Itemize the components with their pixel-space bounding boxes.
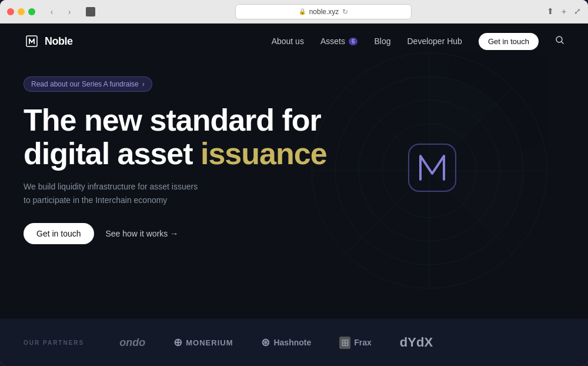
nav-developer-hub[interactable]: Developer Hub (407, 36, 462, 46)
partner-frax[interactable]: ⊞ Frax (339, 337, 372, 349)
frax-symbol: ⊞ (339, 337, 350, 349)
hero-content: Read about our Series A fundraise › The … (24, 76, 329, 244)
frax-logo-text: Frax (354, 338, 372, 347)
website-content: Noble About us Assets 6 Blog Developer H… (0, 24, 588, 366)
dydx-logo-text: dYdX (400, 335, 433, 350)
tab-area (86, 7, 100, 16)
refresh-icon[interactable]: ↻ (342, 8, 348, 16)
address-bar[interactable]: 🔒 noble.xyz ↻ (235, 4, 412, 19)
close-window-button[interactable] (7, 8, 14, 15)
browser-navigation: ‹ › (45, 5, 76, 19)
url-text: noble.xyz (309, 8, 339, 16)
hero-subtitle-line2: to participate in the Interchain economy (24, 195, 167, 205)
tab-favicon (86, 7, 95, 16)
hero-see-how-button[interactable]: See how it works → (106, 229, 179, 238)
nav-about-us[interactable]: About us (272, 36, 304, 46)
browser-actions: ⬆ ＋ ⤢ (547, 6, 581, 17)
hero-subtitle: We build liquidity infrastructure for as… (24, 180, 223, 207)
back-button[interactable]: ‹ (45, 5, 59, 19)
hashnote-logo-text: Hashnote (273, 338, 311, 347)
partner-dydx[interactable]: dYdX (400, 335, 433, 350)
hero-logo-graphic (406, 141, 459, 197)
forward-button[interactable]: › (62, 5, 76, 19)
hero-buttons: Get in touch See how it works → (24, 223, 329, 244)
maximize-window-button[interactable] (28, 8, 35, 15)
share-button[interactable]: ⬆ (547, 6, 554, 17)
minimize-window-button[interactable] (18, 8, 25, 15)
hero-title-highlight: issuance (201, 137, 327, 171)
logo-icon (24, 33, 40, 49)
nav-cta-button[interactable]: Get in touch (479, 33, 539, 50)
hero-title: The new standard for digital asset issua… (24, 104, 329, 171)
partner-monerium[interactable]: ⊕ MONERIUM (173, 336, 233, 349)
traffic-lights (7, 8, 35, 15)
nav-assets[interactable]: Assets 6 (320, 36, 358, 46)
announcement-pill[interactable]: Read about our Series A fundraise › (24, 76, 152, 92)
partner-hashnote[interactable]: ⊛ Hashnote (261, 336, 311, 349)
hero-title-line1: The new standard for (24, 103, 321, 137)
logo[interactable]: Noble (24, 33, 73, 49)
hero-section: Read about our Series A fundraise › The … (0, 59, 588, 244)
browser-titlebar: ‹ › 🔒 noble.xyz ↻ ⬆ ＋ ⤢ (0, 0, 588, 24)
partner-ondo[interactable]: ondo (119, 337, 145, 349)
monerium-logo-text: MONERIUM (186, 338, 233, 347)
fullscreen-button[interactable]: ⤢ (574, 6, 581, 17)
partners-logos: ondo ⊕ MONERIUM ⊛ Hashnote ⊞ Frax dYdX (119, 335, 564, 350)
search-icon (555, 35, 564, 45)
new-tab-button[interactable]: ＋ (560, 6, 568, 17)
hero-subtitle-line1: We build liquidity infrastructure for as… (24, 182, 198, 191)
logo-text: Noble (45, 35, 73, 48)
announcement-arrow: › (142, 80, 145, 88)
partners-label: OUR PARTNERS (24, 340, 84, 346)
nav-assets-label: Assets (320, 36, 345, 46)
hashnote-symbol: ⊛ (261, 336, 270, 349)
search-button[interactable] (555, 35, 564, 47)
navbar: Noble About us Assets 6 Blog Developer H… (0, 24, 588, 59)
announcement-text: Read about our Series A fundraise (31, 80, 139, 88)
svg-rect-9 (409, 144, 456, 191)
nav-blog[interactable]: Blog (374, 36, 390, 46)
nav-links: About us Assets 6 Blog Developer Hub Get… (272, 33, 564, 50)
ondo-logo-text: ondo (119, 337, 145, 349)
hero-get-in-touch-button[interactable]: Get in touch (24, 223, 94, 244)
assets-badge: 6 (349, 38, 358, 45)
browser-window: ‹ › 🔒 noble.xyz ↻ ⬆ ＋ ⤢ Noble (0, 0, 588, 366)
partners-strip: OUR PARTNERS ondo ⊕ MONERIUM ⊛ Hashnote … (0, 319, 588, 366)
hero-title-line2: digital asset issuance (24, 137, 327, 171)
lock-icon: 🔒 (299, 8, 306, 15)
monerium-symbol: ⊕ (173, 336, 182, 349)
